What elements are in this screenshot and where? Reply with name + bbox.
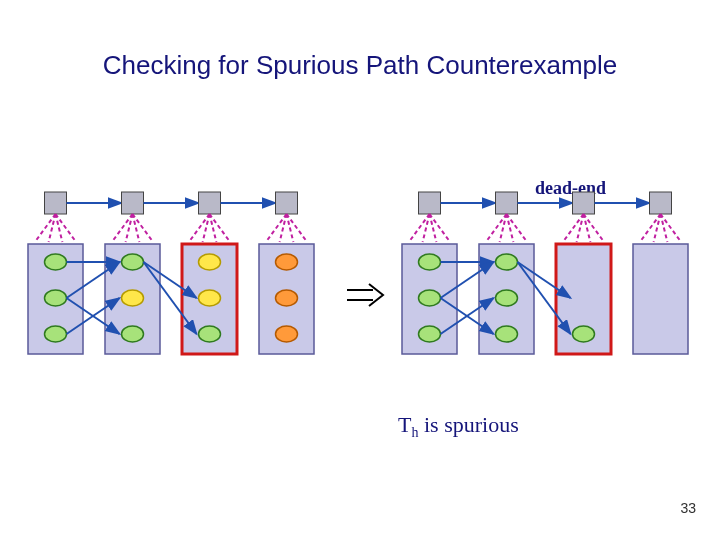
abstract-state [276, 192, 298, 214]
abstraction-edge [654, 214, 661, 242]
concrete-state [122, 254, 144, 270]
concrete-state [199, 326, 221, 342]
concrete-state [496, 254, 518, 270]
abstraction-edge [430, 214, 437, 242]
concrete-state [419, 326, 441, 342]
abstraction-edge [584, 214, 591, 242]
left-diagram [18, 186, 338, 386]
abstraction-edge [49, 214, 56, 242]
abstraction-edge [126, 214, 133, 242]
concrete-state [496, 326, 518, 342]
abstraction-edge [56, 214, 63, 242]
abstraction-edge [287, 214, 294, 242]
abstraction-edge [203, 214, 210, 242]
concrete-state [276, 290, 298, 306]
abstract-state [199, 192, 221, 214]
page-number: 33 [680, 500, 696, 516]
abstraction-edge [507, 214, 514, 242]
concrete-state [276, 254, 298, 270]
concrete-state [496, 290, 518, 306]
abstract-state [650, 192, 672, 214]
abstract-state [122, 192, 144, 214]
concrete-state [122, 326, 144, 342]
concrete-state [419, 290, 441, 306]
spurious-caption: Th is spurious [398, 412, 519, 441]
abstraction-edge [210, 214, 217, 242]
abstraction-edge [500, 214, 507, 242]
implies-arrow-icon [345, 280, 385, 320]
abstraction-edge [577, 214, 584, 242]
slide-title: Checking for Spurious Path Counterexampl… [0, 50, 720, 81]
concrete-state [419, 254, 441, 270]
right-diagram [392, 186, 712, 386]
concrete-state [199, 290, 221, 306]
concrete-state [276, 326, 298, 342]
concrete-state [45, 326, 67, 342]
abstract-state [573, 192, 595, 214]
caption-text: Th is spurious [398, 412, 519, 437]
abstract-state [496, 192, 518, 214]
abstraction-edge [280, 214, 287, 242]
abstract-state [419, 192, 441, 214]
concrete-state [199, 254, 221, 270]
concrete-state [573, 326, 595, 342]
concrete-column [633, 244, 688, 354]
abstract-state [45, 192, 67, 214]
concrete-state [45, 290, 67, 306]
concrete-state [45, 254, 67, 270]
abstraction-edge [423, 214, 430, 242]
abstraction-edge [661, 214, 668, 242]
abstraction-edge [133, 214, 140, 242]
concrete-state [122, 290, 144, 306]
